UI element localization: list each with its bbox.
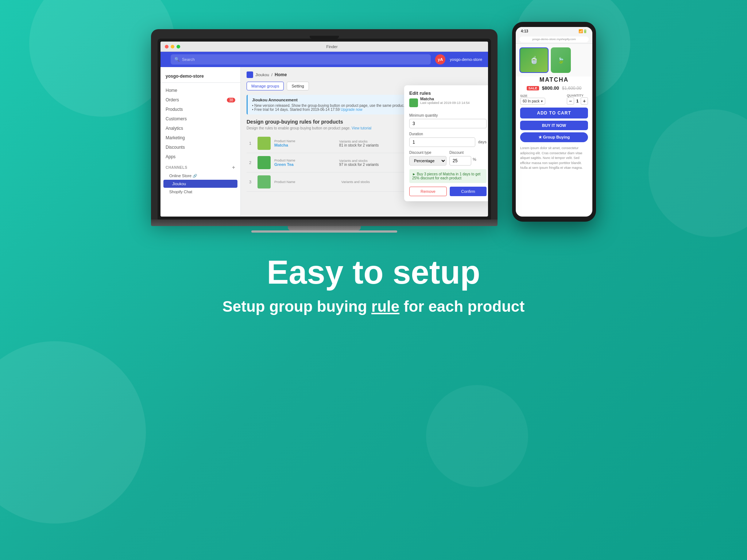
phone-product-description: Lorem ipsum dolor sit amet, consectetur …	[520, 146, 588, 171]
admin-main-content: Jioukou / Home Manage groups Setting	[241, 67, 488, 217]
admin-topnav: 🔍 Search yA yosgo-demo-store	[160, 52, 488, 67]
mac-titlebar: Finder	[160, 42, 488, 52]
laptop-stand	[288, 226, 361, 230]
product-thumbnail-3	[258, 175, 271, 188]
size-select[interactable]: 60 In pack ▾	[520, 98, 545, 105]
user-name: yosgo-demo-store	[450, 57, 482, 62]
phone-product-title: MATCHA	[520, 77, 588, 83]
sidebar-item-shopify-chat[interactable]: Shopify Chat	[160, 188, 240, 196]
phone-main-product-image: 🍵	[519, 47, 549, 73]
sidebar-item-orders[interactable]: Orders 38	[160, 95, 240, 105]
phone-thumb-image[interactable]: 🍃	[551, 47, 571, 73]
qty-value: 1	[576, 99, 578, 103]
search-bar[interactable]: 🔍 Search	[171, 54, 431, 65]
discount-input[interactable]	[449, 156, 471, 166]
settings-section: Settings	[160, 196, 240, 217]
remove-button[interactable]: Remove	[409, 187, 447, 196]
sidebar-item-discounts[interactable]: Discounts	[160, 143, 240, 152]
discount-type-label: Discount type	[409, 151, 446, 155]
search-placeholder: Search	[182, 57, 195, 62]
sidebar-item-customers[interactable]: Customers	[160, 114, 240, 124]
sidebar-item-apps[interactable]: Apps	[160, 152, 240, 162]
breadcrumb-current: Home	[275, 72, 287, 77]
phone-browser-bar: yosgo-demo-store.myshopify.com	[516, 35, 592, 44]
product-info-2: Product Name Green Tea	[274, 159, 336, 167]
row-number: 1	[247, 141, 254, 145]
channels-add-icon[interactable]: +	[232, 164, 235, 170]
discount-type-select[interactable]: Percentage Fixed	[409, 156, 446, 166]
admin-sidebar: yosgo-demo-store Home Orders 38	[160, 67, 241, 217]
decorative-circle-4	[426, 385, 528, 487]
product-variants-3: Variants and stocks	[341, 180, 405, 184]
phone-icons: 📶🔋	[578, 29, 587, 33]
product-variants-2: Variants and stocks 97 in stock for 2 va…	[339, 159, 400, 167]
confirm-button[interactable]: Confirm	[450, 187, 487, 196]
sidebar-store-name: yosgo-demo-store	[160, 70, 240, 83]
mac-finder-title: Finder	[180, 44, 484, 49]
phone-price-row: SALE $800.00 $1,600.00	[520, 85, 588, 91]
tutorial-link[interactable]: View tutorial	[352, 126, 371, 130]
laptop-base	[151, 219, 498, 226]
buy-it-now-button[interactable]: BUY IT NOW	[520, 121, 588, 130]
phone-url[interactable]: yosgo-demo-store.myshopify.com	[519, 36, 589, 42]
quantity-label: QUANTITY	[567, 94, 588, 97]
min-qty-label: Minimum quantity	[409, 113, 487, 117]
main-headline: Easy to setup	[222, 254, 525, 291]
breadcrumb-parent[interactable]: Jioukou	[255, 73, 269, 77]
channels-section-header: CHANNELS +	[160, 162, 240, 172]
phone-product-body: MATCHA SALE $800.00 $1,600.00 SIZE 60	[516, 77, 592, 174]
decorative-circle-3	[0, 341, 146, 524]
duration-input[interactable]	[409, 137, 475, 147]
phone-sale-badge: SALE	[527, 86, 539, 90]
phone-status-bar: 4:13 📶🔋	[516, 27, 592, 35]
quantity-stepper: − 1 +	[567, 97, 588, 105]
mac-minimize-dot[interactable]	[171, 45, 174, 48]
panel-product-thumb	[409, 98, 418, 107]
jioukou-icon	[247, 71, 253, 78]
bottom-text-section: Easy to setup Setup group buying rule fo…	[150, 254, 597, 315]
search-icon: 🔍	[174, 57, 180, 62]
duration-label: Duration	[409, 132, 475, 136]
group-buying-button[interactable]: ★ Group Buying	[520, 132, 588, 142]
product-variants-1: Variants and stocks 81 in stock for 2 va…	[339, 140, 400, 147]
phone-device: 4:13 📶🔋 yosgo-demo-store.myshopify.com 🍵…	[512, 22, 596, 222]
discount-label: Discount	[449, 151, 487, 155]
phone-price: $800.00	[542, 85, 559, 91]
product-info-1: Product Name Matcha	[274, 139, 336, 147]
breadcrumb: Jioukou / Home	[247, 71, 482, 78]
sidebar-item-online-store[interactable]: Online Store 🔗	[160, 172, 240, 180]
size-label: SIZE	[520, 94, 545, 98]
laptop-camera	[310, 36, 339, 39]
breadcrumb-separator: /	[271, 73, 272, 77]
sidebar-item-marketing[interactable]: Marketing	[160, 133, 240, 143]
sidebar-item-home[interactable]: Home	[160, 86, 240, 95]
discount-unit: %	[473, 157, 476, 164]
min-qty-input[interactable]	[409, 119, 487, 128]
panel-actions: Remove Confirm	[409, 187, 487, 196]
product-thumbnail-1	[258, 137, 271, 150]
laptop-device: Finder 🔍 Search yA	[151, 29, 498, 233]
panel-title: Edit rules	[409, 90, 487, 96]
laptop-foot	[251, 230, 397, 233]
online-store-icon: 🔗	[193, 174, 197, 178]
phone-screen: 4:13 📶🔋 yosgo-demo-store.myshopify.com 🍵…	[516, 27, 592, 217]
setting-button[interactable]: Setting	[287, 82, 309, 90]
mac-maximize-dot[interactable]	[177, 45, 180, 48]
qty-minus-button[interactable]: −	[567, 97, 574, 105]
sidebar-item-products[interactable]: Products	[160, 105, 240, 114]
manage-groups-button[interactable]: Manage groups	[247, 82, 284, 90]
user-avatar: yA	[435, 54, 445, 65]
orders-badge: 38	[227, 98, 235, 102]
phone-time: 4:13	[521, 29, 528, 33]
sidebar-item-analytics[interactable]: Analytics	[160, 124, 240, 133]
add-to-cart-button[interactable]: ADD TO CART	[520, 108, 588, 118]
quantity-section: QUANTITY − 1 +	[567, 94, 588, 105]
sub-headline: Setup group buying rule for each product	[222, 298, 525, 315]
qty-plus-button[interactable]: +	[581, 97, 588, 105]
mac-close-dot[interactable]	[165, 45, 169, 48]
edit-rules-panel: Edit rules Matcha Last updated at 2019-0…	[404, 85, 488, 201]
row-number: 3	[247, 180, 254, 184]
product-info-3: Product Name	[274, 180, 338, 184]
sidebar-item-jioukou[interactable]: Jioukou	[163, 180, 237, 188]
upgrade-link[interactable]: Upgrade now	[341, 108, 362, 112]
